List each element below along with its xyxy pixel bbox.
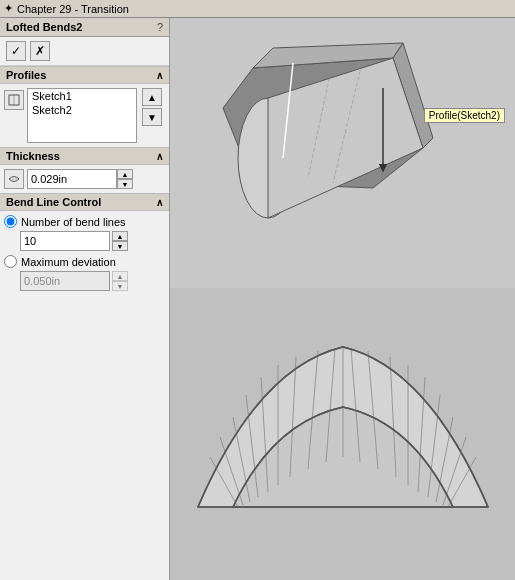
bend-line-label: Bend Line Control [6,196,101,208]
thickness-spinners: ▲ ▼ [117,169,133,189]
max-dev-input[interactable] [20,271,110,291]
profile-tooltip: Profile(Sketch2) [424,108,505,123]
list-item[interactable]: Sketch2 [28,103,136,117]
flat-pattern-svg [178,337,508,532]
max-deviation-row: Maximum deviation [4,255,165,268]
num-bend-lines-label: Number of bend lines [21,216,126,228]
bend-lines-spin-up[interactable]: ▲ [112,231,128,241]
max-dev-spin-up[interactable]: ▲ [112,271,128,281]
thickness-section-header[interactable]: Thickness ∧ [0,147,169,165]
thickness-input-wrap: ▲ ▼ [27,169,165,189]
thickness-icon [4,169,24,189]
cancel-button[interactable]: ✗ [30,41,50,61]
thickness-input[interactable] [27,169,117,189]
bend-lines-value-row: ▲ ▼ [20,231,165,251]
num-bend-lines-row: Number of bend lines [4,215,165,228]
max-deviation-radio[interactable] [4,255,17,268]
top-bar: ✦ Chapter 29 - Transition [0,0,515,18]
thickness-row: ▲ ▼ [4,169,165,189]
view-flat [170,288,515,580]
bend-line-section-body: Number of bend lines ▲ ▼ Maximum deviati… [0,211,169,299]
max-dev-spin-down[interactable]: ▼ [112,281,128,291]
profiles-section-header[interactable]: Profiles ∧ [0,66,169,84]
move-down-button[interactable]: ▼ [142,108,162,126]
thickness-spin-down[interactable]: ▼ [117,179,133,189]
move-buttons: ▲ ▼ [142,88,162,143]
thickness-section-body: ▲ ▼ [0,165,169,193]
top-bar-icon: ✦ [4,2,13,15]
num-bend-lines-radio[interactable] [4,215,17,228]
profiles-label: Profiles [6,69,46,81]
list-item[interactable]: Sketch1 [28,89,136,103]
thickness-label: Thickness [6,150,60,162]
help-button[interactable]: ? [157,21,163,33]
left-panel: Lofted Bends2 ? ✓ ✗ Profiles ∧ Sketch1 S… [0,18,170,580]
profile-icon-col [4,88,24,143]
3d-model-svg [193,28,493,278]
max-dev-spinners: ▲ ▼ [112,271,128,291]
top-bar-title: Chapter 29 - Transition [17,3,129,15]
panel-title-bar: Lofted Bends2 ? [0,18,169,37]
thickness-spin-up[interactable]: ▲ [117,169,133,179]
bend-lines-spinners: ▲ ▼ [112,231,128,251]
panel-title: Lofted Bends2 [6,21,82,33]
move-up-button[interactable]: ▲ [142,88,162,106]
profiles-collapse-icon: ∧ [156,70,163,81]
bend-lines-input[interactable] [20,231,110,251]
bend-lines-spin-down[interactable]: ▼ [112,241,128,251]
profiles-section-body: Sketch1 Sketch2 ▲ ▼ [0,84,169,147]
main-viewport: Profile(Sketch2) [170,18,515,580]
max-dev-value-row: ▲ ▼ [20,271,165,291]
profiles-listbox[interactable]: Sketch1 Sketch2 [27,88,137,143]
max-deviation-label: Maximum deviation [21,256,116,268]
profiles-row: Sketch1 Sketch2 ▲ ▼ [4,88,165,143]
bend-line-section-header[interactable]: Bend Line Control ∧ [0,193,169,211]
bend-line-collapse-icon: ∧ [156,197,163,208]
profile-sketch-icon [4,90,24,110]
ok-button[interactable]: ✓ [6,41,26,61]
ok-cancel-bar: ✓ ✗ [0,37,169,66]
thickness-collapse-icon: ∧ [156,151,163,162]
view-3d: Profile(Sketch2) [170,18,515,288]
